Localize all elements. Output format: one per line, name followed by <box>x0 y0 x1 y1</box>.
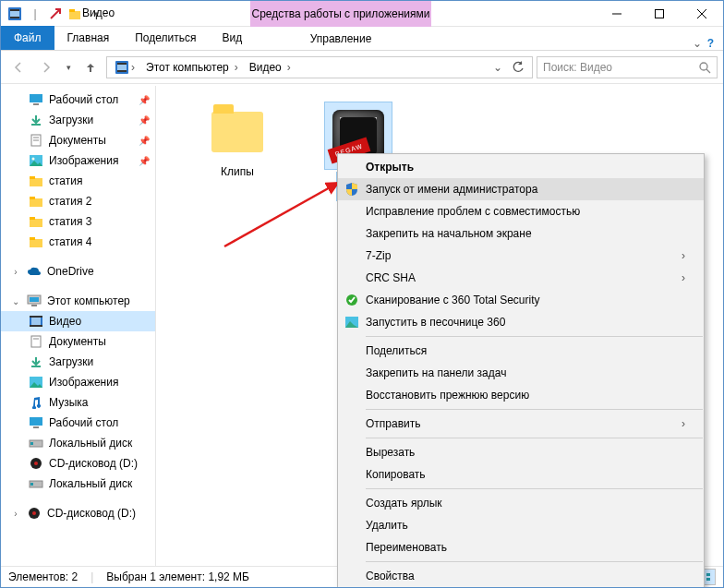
contextual-tab-header-label: Средства работы с приложениями <box>252 7 430 20</box>
nav-up-button[interactable] <box>78 55 103 79</box>
ctx-delete[interactable]: Удалить <box>338 514 704 536</box>
svg-rect-44 <box>33 426 39 428</box>
status-count: Элементов: 2 <box>8 570 78 583</box>
svg-point-23 <box>32 158 35 161</box>
svg-rect-30 <box>30 239 42 247</box>
breadcrumb-root-icon[interactable]: › <box>111 60 139 75</box>
navigation-pane[interactable]: Рабочий стол📌 Загрузки📌 Документы📌 Изобр… <box>1 86 156 566</box>
ctx-share[interactable]: Поделиться <box>338 340 704 362</box>
ctx-properties[interactable]: Свойства <box>338 565 704 587</box>
sidebar-item-folder[interactable]: статия 3 <box>1 211 155 232</box>
address-dropdown-icon[interactable]: ⌄ <box>488 57 508 78</box>
sidebar-item-cd-root[interactable]: ›CD-дисковод (D:) <box>1 503 155 523</box>
svg-point-52 <box>32 511 36 515</box>
app-icon <box>6 6 23 22</box>
sidebar-item-documents[interactable]: Документы📌 <box>1 130 155 150</box>
file-item-folder[interactable]: Клипы <box>193 102 282 178</box>
ctx-run-as-admin[interactable]: Запуск от имени администратора <box>338 178 704 200</box>
window-controls <box>596 1 723 27</box>
sidebar-item-downloads[interactable]: Загрузки📌 <box>1 110 155 130</box>
close-button[interactable] <box>681 1 723 27</box>
svg-rect-50 <box>30 483 33 486</box>
scan-icon <box>338 294 366 306</box>
folder-icon <box>29 214 43 229</box>
status-selection: Выбран 1 элемент: 1,92 МБ <box>106 570 249 583</box>
ctx-pin-taskbar[interactable]: Закрепить на панели задач <box>338 362 704 384</box>
sidebar-item-cd[interactable]: CD-дисковод (D:) <box>1 453 155 474</box>
ctx-7zip[interactable]: 7-Zip› <box>338 245 704 267</box>
file-tab[interactable]: Файл <box>1 26 54 50</box>
minimize-button[interactable] <box>596 1 638 27</box>
context-menu: Открыть Запуск от имени администратора И… <box>337 153 705 588</box>
breadcrumb-videos[interactable]: Видео› <box>246 61 295 74</box>
ribbon-expand-icon[interactable]: ⌄ <box>693 37 702 50</box>
nav-recent-dropdown[interactable]: ▾ <box>62 55 75 79</box>
refresh-button[interactable] <box>508 57 528 78</box>
ctx-shortcut[interactable]: Создать ярлык <box>338 492 704 514</box>
desktop-icon <box>29 415 43 430</box>
ctx-open[interactable]: Открыть <box>338 156 704 178</box>
ctx-restore[interactable]: Восстановить прежнюю версию <box>338 384 704 406</box>
breadcrumb-thispc[interactable]: Этот компьютер› <box>142 61 242 74</box>
expand-icon[interactable]: › <box>10 267 21 277</box>
search-box[interactable]: Поиск: Видео <box>537 56 718 78</box>
sidebar-item-hdd[interactable]: Локальный диск <box>1 474 155 494</box>
sidebar-item-desktop[interactable]: Рабочий стол <box>1 413 155 433</box>
sandbox-icon <box>338 317 366 328</box>
sidebar-item-videos[interactable]: Видео <box>1 311 155 331</box>
downloads-icon <box>29 354 43 369</box>
sidebar-item-thispc[interactable]: ⌄Этот компьютер <box>1 291 155 311</box>
tab-share[interactable]: Поделиться <box>122 26 209 50</box>
maximize-button[interactable] <box>638 1 681 27</box>
sidebar-item-hdd[interactable]: Локальный диск <box>1 433 155 453</box>
svg-point-48 <box>34 462 38 465</box>
svg-rect-34 <box>31 305 37 306</box>
svg-rect-31 <box>30 237 35 240</box>
tab-view[interactable]: Вид <box>209 26 255 50</box>
search-placeholder: Поиск: Видео <box>543 61 612 74</box>
tab-home[interactable]: Главная <box>54 26 123 50</box>
nav-forward-button[interactable] <box>34 55 58 79</box>
ctx-compat[interactable]: Исправление проблем с совместимостью <box>338 200 704 222</box>
folder-icon <box>29 234 43 249</box>
sidebar-item-music[interactable]: Музыка <box>1 392 155 413</box>
svg-rect-28 <box>30 219 42 227</box>
sidebar-item-folder[interactable]: статия <box>1 171 155 191</box>
titlebar: | ▾ Видео Средства работы с приложениями <box>1 1 723 27</box>
expand-icon[interactable]: › <box>10 509 21 519</box>
collapse-icon[interactable]: ⌄ <box>10 296 21 306</box>
sidebar-item-onedrive[interactable]: ›OneDrive <box>1 261 155 282</box>
nav-back-button[interactable] <box>6 55 30 79</box>
svg-rect-3 <box>10 17 19 18</box>
ctx-crcsha[interactable]: CRC SHA› <box>338 267 704 289</box>
sidebar-item-pictures[interactable]: Изображения📌 <box>1 150 155 171</box>
ctx-sandbox-360[interactable]: Запустить в песочнице 360 <box>338 311 704 333</box>
sidebar-item-folder[interactable]: статия 2 <box>1 191 155 211</box>
ctx-send-to[interactable]: Отправить› <box>338 413 704 435</box>
address-bar[interactable]: › Этот компьютер› Видео› ⌄ <box>106 56 533 78</box>
ribbon-help-icon[interactable]: ? <box>707 37 714 50</box>
search-icon <box>698 61 711 74</box>
sidebar-item-documents[interactable]: Документы <box>1 331 155 352</box>
sidebar-item-downloads[interactable]: Загрузки <box>1 352 155 372</box>
pin-icon: 📌 <box>139 136 150 146</box>
ctx-scan-360[interactable]: Сканирование с 360 Total Security <box>338 289 704 311</box>
hdd-icon <box>29 476 43 491</box>
svg-rect-37 <box>30 316 42 318</box>
ctx-pin-start[interactable]: Закрепить на начальном экране <box>338 222 704 245</box>
svg-rect-33 <box>30 297 39 302</box>
qat-properties-icon[interactable] <box>47 6 64 22</box>
svg-rect-17 <box>33 103 39 105</box>
ctx-rename[interactable]: Переименовать <box>338 536 704 558</box>
ctx-cut[interactable]: Вырезать <box>338 441 704 463</box>
svg-rect-29 <box>30 217 35 220</box>
sidebar-item-desktop[interactable]: Рабочий стол📌 <box>1 90 155 110</box>
sidebar-item-folder[interactable]: статия 4 <box>1 232 155 252</box>
svg-rect-24 <box>30 178 42 186</box>
submenu-arrow-icon: › <box>682 249 685 262</box>
tab-manage[interactable]: Управление <box>250 27 431 51</box>
svg-rect-5 <box>69 9 75 12</box>
svg-rect-46 <box>30 442 33 445</box>
ctx-copy[interactable]: Копировать <box>338 463 704 486</box>
sidebar-item-pictures[interactable]: Изображения <box>1 372 155 392</box>
